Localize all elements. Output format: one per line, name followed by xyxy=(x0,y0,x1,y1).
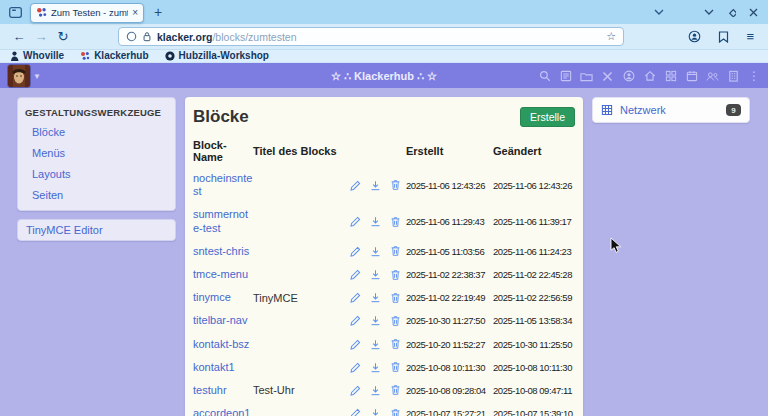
list-tabs-chevron-icon[interactable] xyxy=(654,9,664,15)
table-row: kontakt-bsz 2025-10-20 11:52:27 2025-10-… xyxy=(193,333,575,356)
klackerhub-favicon xyxy=(80,51,90,61)
edit-icon[interactable] xyxy=(350,180,361,191)
bookmark-whoville[interactable]: Whoville xyxy=(10,51,64,61)
block-name-link[interactable]: titelbar-nav xyxy=(193,314,253,327)
url-path: /blocks/zumtesten xyxy=(212,31,296,43)
download-icon[interactable] xyxy=(370,362,381,373)
block-name-link[interactable]: nocheinsntest xyxy=(193,172,253,198)
kebab-menu-icon[interactable]: ⋮ xyxy=(748,70,760,82)
bookmark-label: Hubzilla-Workshop xyxy=(179,51,269,61)
reload-button[interactable]: ↻ xyxy=(52,30,74,43)
download-icon[interactable] xyxy=(370,339,381,350)
bookmark-hubzilla-workshop[interactable]: Hubzilla-Workshop xyxy=(165,51,269,61)
delete-icon[interactable] xyxy=(390,408,401,416)
block-title: TinyMCE xyxy=(253,292,350,304)
edit-icon[interactable] xyxy=(350,362,361,373)
create-button[interactable]: Erstelle xyxy=(520,107,575,127)
channel-avatar[interactable] xyxy=(8,65,30,87)
download-icon[interactable] xyxy=(370,180,381,191)
bookmark-klackerhub[interactable]: Klackerhub xyxy=(80,51,148,61)
download-icon[interactable] xyxy=(370,216,381,227)
edit-icon[interactable] xyxy=(350,269,361,280)
delete-icon[interactable] xyxy=(390,216,401,228)
new-tab-button[interactable]: + xyxy=(154,5,162,19)
edit-icon[interactable] xyxy=(350,339,361,350)
back-button[interactable]: ← xyxy=(8,30,30,43)
library-icon[interactable] xyxy=(718,31,729,43)
download-icon[interactable] xyxy=(370,269,381,280)
network-link[interactable]: Netzwerk xyxy=(620,104,719,116)
block-name-link[interactable]: tmce-menu xyxy=(193,268,253,281)
block-name-link[interactable]: kontakt-bsz xyxy=(193,338,253,351)
browser-toolbar: ← → ↻ klacker.org/blocks/zumtesten ☆ ≡ xyxy=(0,24,768,50)
apps-grid-icon[interactable] xyxy=(664,70,677,83)
delete-icon[interactable] xyxy=(390,384,401,396)
url-bar[interactable]: klacker.org/blocks/zumtesten ☆ xyxy=(118,27,624,46)
firefox-view-icon[interactable] xyxy=(6,3,24,21)
wiki-icon[interactable] xyxy=(559,70,572,83)
delete-icon[interactable] xyxy=(390,269,401,281)
sidebar-item-tinymce-editor[interactable]: TinyMCE Editor xyxy=(18,220,175,240)
window-minimize-icon[interactable] xyxy=(704,9,714,15)
download-icon[interactable] xyxy=(370,408,381,416)
edit-icon[interactable] xyxy=(350,292,361,303)
delete-icon[interactable] xyxy=(390,338,401,350)
contacts-icon[interactable] xyxy=(706,70,719,83)
delete-icon[interactable] xyxy=(390,245,401,257)
edit-icon[interactable] xyxy=(350,216,361,227)
network-grid-icon xyxy=(601,104,613,116)
block-title: Test-Uhr xyxy=(253,384,350,396)
download-icon[interactable] xyxy=(370,292,381,303)
block-name-link[interactable]: sntest-chris xyxy=(193,245,253,258)
lock-icon[interactable] xyxy=(142,31,152,42)
edit-icon[interactable] xyxy=(350,385,361,396)
col-header-modified: Geändert xyxy=(493,145,575,157)
delete-icon[interactable] xyxy=(390,361,401,373)
bookmark-star-icon[interactable]: ☆ xyxy=(606,30,616,43)
home-icon[interactable] xyxy=(643,70,656,83)
edit-icon[interactable] xyxy=(350,246,361,257)
delete-icon[interactable] xyxy=(390,179,401,191)
sidebar-item-blocks[interactable]: Blöcke xyxy=(18,121,175,142)
download-icon[interactable] xyxy=(370,246,381,257)
delete-icon[interactable] xyxy=(390,315,401,327)
delete-icon[interactable] xyxy=(390,292,401,304)
design-tools-widget: GESTALTUNGSWERKZEUGE Blöcke Menüs Layout… xyxy=(17,97,176,211)
block-name-link[interactable]: tinymce xyxy=(193,291,253,304)
design-tools-heading: GESTALTUNGSWERKZEUGE xyxy=(18,98,175,121)
site-info-shield-icon[interactable] xyxy=(126,31,137,42)
col-header-created: Erstellt xyxy=(406,145,493,157)
network-count-badge: 9 xyxy=(726,104,741,116)
sidebar-item-pages[interactable]: Seiten xyxy=(18,184,175,205)
window-maximize-icon[interactable] xyxy=(727,8,736,17)
photos-icon[interactable] xyxy=(580,70,593,83)
block-name-link[interactable]: summernote-test xyxy=(193,208,253,234)
browser-tab[interactable]: Zum Testen - zumtesten@ × xyxy=(30,3,144,23)
block-name-link[interactable]: accordeon1 xyxy=(193,407,253,416)
hubzilla-workshop-favicon xyxy=(165,51,175,61)
directory-icon[interactable] xyxy=(727,70,740,83)
page-content: GESTALTUNGSWERKZEUGE Blöcke Menüs Layout… xyxy=(0,88,768,416)
events-icon[interactable] xyxy=(685,70,698,83)
menu-hamburger-icon[interactable]: ≡ xyxy=(746,30,754,43)
network-widget[interactable]: Netzwerk 9 xyxy=(592,97,750,123)
sidebar-item-menus[interactable]: Menüs xyxy=(18,142,175,163)
created-date: 2025-10-30 11:27:50 xyxy=(406,315,493,326)
search-icon[interactable] xyxy=(538,70,551,83)
tab-close-icon[interactable]: × xyxy=(132,8,138,18)
edit-icon[interactable] xyxy=(350,408,361,416)
url-text: klacker.org/blocks/zumtesten xyxy=(157,31,601,43)
channel-menu-caret-icon[interactable]: ▼ xyxy=(33,72,41,81)
profile-icon[interactable] xyxy=(622,70,635,83)
block-name-link[interactable]: testuhr xyxy=(193,384,253,397)
download-icon[interactable] xyxy=(370,315,381,326)
window-close-icon[interactable] xyxy=(749,8,758,17)
created-date: 2025-11-06 12:43:26 xyxy=(406,180,493,191)
account-icon[interactable] xyxy=(688,30,701,43)
download-icon[interactable] xyxy=(370,385,381,396)
sidebar-item-layouts[interactable]: Layouts xyxy=(18,163,175,184)
close-app-icon[interactable] xyxy=(601,70,614,83)
block-name-link[interactable]: kontakt1 xyxy=(193,361,253,374)
edit-icon[interactable] xyxy=(350,315,361,326)
forward-button[interactable]: → xyxy=(30,30,52,43)
